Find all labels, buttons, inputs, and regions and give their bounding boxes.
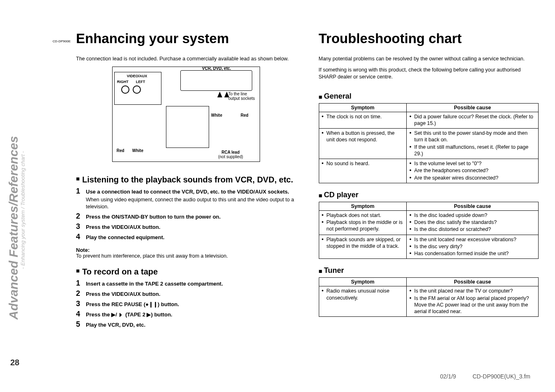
page-number: 28 bbox=[10, 358, 19, 367]
cause-item: Is the disc very dirty? bbox=[409, 243, 536, 250]
sidebar-subtitle: - Enhancing your system / Troubleshootin… bbox=[20, 151, 26, 269]
table-title-tuner: ■Tuner bbox=[319, 266, 539, 275]
th-symptom: Symptom bbox=[319, 278, 407, 286]
cause-item: Is the FM aerial or AM loop aerial place… bbox=[409, 295, 536, 315]
trouble-intro-1: Many potential problems can be resolved … bbox=[319, 55, 539, 62]
table-row: When a button is pressed, the unit does … bbox=[319, 129, 539, 159]
step-title: Use a connection lead to connect the VCR… bbox=[86, 189, 289, 195]
symptom-item: No sound is heard. bbox=[322, 160, 404, 167]
symptom-item: Playback does not start. bbox=[322, 212, 404, 219]
trouble-intro-2: If something is wrong with this product,… bbox=[319, 67, 539, 81]
th-cause: Possible cause bbox=[407, 278, 539, 286]
rca-jack-left bbox=[133, 85, 141, 94]
cause-item: Has condensation formed inside the unit? bbox=[409, 250, 536, 257]
table-title-general: ■General bbox=[319, 92, 539, 101]
diagram-white2-label: White bbox=[132, 148, 143, 153]
model-code: CD-DP900E bbox=[53, 39, 71, 43]
square-bullet-icon: ■ bbox=[319, 93, 322, 100]
footer-date: 02/1/9 bbox=[440, 373, 456, 380]
heading-enhancing: Enhancing your system bbox=[76, 31, 296, 46]
diagram-rca-lead-label: RCA lead bbox=[221, 150, 240, 154]
connection-diagram: VCR, DVD, etc. VIDEO/AUX RIGHT LEFT To t… bbox=[76, 67, 296, 165]
rca-jack-right bbox=[121, 85, 129, 94]
left-column: Enhancing your system The connection lea… bbox=[76, 31, 296, 380]
th-symptom: Symptom bbox=[319, 103, 407, 112]
diagram-not-supplied: (not supplied) bbox=[218, 154, 243, 159]
section-record-heading: ■To record on a tape bbox=[76, 267, 296, 277]
symptom-item: The clock is not on time. bbox=[322, 113, 404, 120]
sidebar: Advanced Features/References - Enhancing… bbox=[0, 0, 68, 392]
step-title: Play the connected equipment. bbox=[86, 234, 164, 240]
step-title: Press the VIDEO/AUX button. bbox=[86, 224, 160, 230]
square-bullet-icon: ■ bbox=[76, 175, 80, 182]
symptom-item: Radio makes unusual noise consecutively. bbox=[322, 288, 404, 301]
square-bullet-icon: ■ bbox=[319, 267, 322, 274]
cause-item: Did a power failure occur? Reset the clo… bbox=[409, 113, 536, 127]
symptom-item: When a button is pressed, the unit does … bbox=[322, 130, 404, 143]
cause-item: Does the disc satisfy the standards? bbox=[409, 219, 536, 226]
table-row: Radio makes unusual noise consecutively.… bbox=[319, 286, 539, 317]
footer-file: CD-DP900E(UK)_3.fm bbox=[472, 373, 530, 380]
diagram-white-label: White bbox=[211, 113, 222, 118]
step-title: Press the ON/STAND-BY button to turn the… bbox=[86, 214, 221, 220]
table-tuner: SymptomPossible cause Radio makes unusua… bbox=[319, 277, 539, 317]
th-symptom: Symptom bbox=[319, 202, 407, 210]
diagram-vcr-device bbox=[180, 70, 252, 91]
diagram-rear-panel bbox=[166, 106, 209, 148]
th-cause: Possible cause bbox=[407, 103, 539, 112]
cause-item: Is the volume level set to "0"? bbox=[409, 160, 536, 167]
cause-item: Set this unit to the power stand-by mode… bbox=[409, 130, 536, 143]
cause-item: Is the unit placed near the TV or comput… bbox=[409, 288, 536, 294]
table-row: Playback sounds are skipped, or stopped … bbox=[319, 235, 539, 259]
step-desc: When using video equipment, connect the … bbox=[86, 196, 296, 210]
cause-item: Is the disc loaded upside down? bbox=[409, 212, 536, 219]
table-row: Playback does not start. Playback stops … bbox=[319, 210, 539, 235]
cause-item: Are the speaker wires disconnected? bbox=[409, 175, 536, 181]
footer: 02/1/9 CD-DP900E(UK)_3.fm bbox=[440, 373, 530, 380]
diagram-line-out-label: To the line output sockets bbox=[228, 92, 257, 101]
cause-item: If the unit still malfunctions, reset it… bbox=[409, 144, 536, 157]
diagram-rca-block: VIDEO/AUX RIGHT LEFT bbox=[114, 72, 161, 105]
note-label: Note: bbox=[76, 247, 296, 253]
table-general: SymptomPossible cause The clock is not o… bbox=[319, 103, 539, 183]
diagram-video-aux-label: VIDEO/AUX bbox=[127, 74, 147, 78]
sidebar-title: Advanced Features/References bbox=[7, 136, 20, 320]
step-title: Play the VCR, DVD, etc. bbox=[86, 322, 145, 328]
table-title-cd: ■CD player bbox=[319, 191, 539, 199]
arrow-up-icon bbox=[217, 92, 222, 97]
heading-troubleshooting: Troubleshooting chart bbox=[319, 31, 539, 46]
diagram-rca-jacks bbox=[121, 85, 141, 94]
square-bullet-icon: ■ bbox=[76, 267, 80, 274]
arrow-up-icon bbox=[224, 92, 229, 97]
steps-listening: Use a connection lead to connect the VCR… bbox=[76, 187, 296, 243]
note-text: To prevent hum interference, place this … bbox=[76, 253, 296, 259]
table-row: No sound is heard. Is the volume level s… bbox=[319, 159, 539, 183]
steps-record: Insert a cassette in the TAPE 2 cassette… bbox=[76, 279, 296, 330]
step-title: Press the REC PAUSE (●❙❙) button. bbox=[86, 301, 179, 307]
diagram-left-label: LEFT bbox=[136, 80, 145, 84]
diagram-red-label: Red bbox=[241, 113, 249, 118]
symptom-item: Playback stops in the middle or is not p… bbox=[322, 219, 404, 233]
th-cause: Possible cause bbox=[407, 202, 539, 210]
table-cd: SymptomPossible cause Playback does not … bbox=[319, 202, 539, 259]
diagram-red2-label: Red bbox=[117, 148, 124, 153]
step-title: Press the ▶/ ⏵ (TAPE 2 ▶) button. bbox=[86, 311, 172, 318]
enhancing-intro: The connection lead is not included. Pur… bbox=[76, 55, 296, 62]
right-column: Troubleshooting chart Many potential pro… bbox=[319, 31, 539, 380]
diagram-right-label: RIGHT bbox=[117, 80, 129, 84]
table-row: The clock is not on time. Did a power fa… bbox=[319, 112, 539, 129]
cause-item: Is the unit located near excessive vibra… bbox=[409, 236, 536, 243]
square-bullet-icon: ■ bbox=[319, 192, 322, 199]
symptom-item: Playback sounds are skipped, or stopped … bbox=[322, 236, 404, 250]
cause-item: Is the disc distorted or scratched? bbox=[409, 226, 536, 233]
step-title: Insert a cassette in the TAPE 2 cassette… bbox=[86, 281, 223, 287]
step-title: Press the VIDEO/AUX button. bbox=[86, 291, 160, 297]
section-listening-heading: ■Listening to the playback sounds from V… bbox=[76, 175, 296, 184]
cause-item: Are the headphones connected? bbox=[409, 167, 536, 174]
